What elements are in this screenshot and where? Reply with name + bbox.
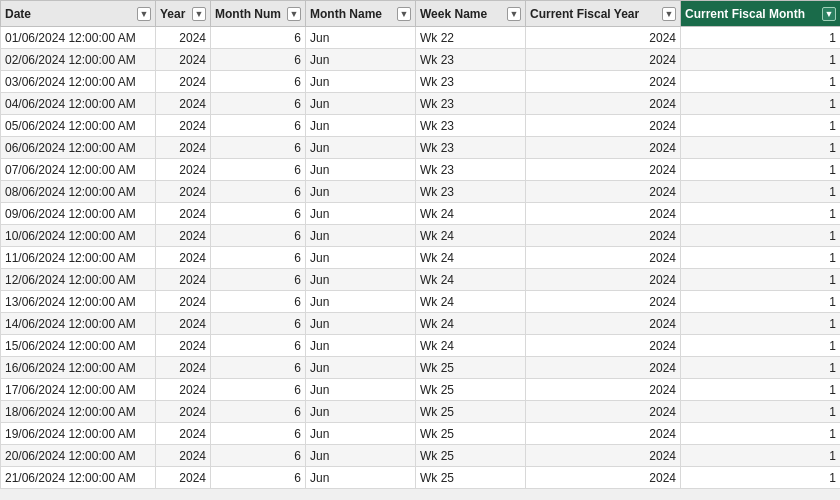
cell-fiscal_month: 1 — [681, 269, 841, 291]
cell-month_name: Jun — [306, 137, 416, 159]
cell-fiscal_year: 2024 — [526, 181, 681, 203]
filter-icon-month_num[interactable]: ▼ — [287, 7, 301, 21]
cell-date: 01/06/2024 12:00:00 AM — [1, 27, 156, 49]
cell-week_name: Wk 25 — [416, 467, 526, 489]
col-header-year[interactable]: Year▼ — [156, 1, 211, 27]
cell-week_name: Wk 25 — [416, 379, 526, 401]
cell-week_name: Wk 25 — [416, 423, 526, 445]
cell-month_name: Jun — [306, 335, 416, 357]
cell-month_name: Jun — [306, 401, 416, 423]
cell-fiscal_month: 1 — [681, 159, 841, 181]
cell-fiscal_month: 1 — [681, 445, 841, 467]
cell-month_name: Jun — [306, 313, 416, 335]
cell-year: 2024 — [156, 423, 211, 445]
cell-month_num: 6 — [211, 115, 306, 137]
filter-icon-year[interactable]: ▼ — [192, 7, 206, 21]
filter-icon-month_name[interactable]: ▼ — [397, 7, 411, 21]
col-header-fiscal_year[interactable]: Current Fiscal Year▼ — [526, 1, 681, 27]
col-header-month_num[interactable]: Month Num▼ — [211, 1, 306, 27]
cell-fiscal_month: 1 — [681, 71, 841, 93]
cell-date: 16/06/2024 12:00:00 AM — [1, 357, 156, 379]
cell-month_num: 6 — [211, 71, 306, 93]
cell-week_name: Wk 23 — [416, 115, 526, 137]
table-row: 03/06/2024 12:00:00 AM20246JunWk 2320241 — [1, 71, 841, 93]
cell-fiscal_month: 1 — [681, 49, 841, 71]
cell-week_name: Wk 24 — [416, 313, 526, 335]
table-row: 08/06/2024 12:00:00 AM20246JunWk 2320241 — [1, 181, 841, 203]
cell-week_name: Wk 23 — [416, 71, 526, 93]
cell-fiscal_month: 1 — [681, 291, 841, 313]
cell-month_num: 6 — [211, 335, 306, 357]
cell-fiscal_year: 2024 — [526, 335, 681, 357]
cell-date: 09/06/2024 12:00:00 AM — [1, 203, 156, 225]
cell-date: 13/06/2024 12:00:00 AM — [1, 291, 156, 313]
cell-year: 2024 — [156, 93, 211, 115]
cell-fiscal_year: 2024 — [526, 423, 681, 445]
cell-week_name: Wk 25 — [416, 357, 526, 379]
table-row: 06/06/2024 12:00:00 AM20246JunWk 2320241 — [1, 137, 841, 159]
cell-year: 2024 — [156, 115, 211, 137]
cell-month_name: Jun — [306, 27, 416, 49]
cell-year: 2024 — [156, 401, 211, 423]
cell-year: 2024 — [156, 269, 211, 291]
table-row: 10/06/2024 12:00:00 AM20246JunWk 2420241 — [1, 225, 841, 247]
cell-fiscal_year: 2024 — [526, 401, 681, 423]
cell-date: 10/06/2024 12:00:00 AM — [1, 225, 156, 247]
table-row: 05/06/2024 12:00:00 AM20246JunWk 2320241 — [1, 115, 841, 137]
filter-icon-date[interactable]: ▼ — [137, 7, 151, 21]
table-row: 21/06/2024 12:00:00 AM20246JunWk 2520241 — [1, 467, 841, 489]
filter-icon-fiscal_month[interactable]: ▼ — [822, 7, 836, 21]
cell-year: 2024 — [156, 71, 211, 93]
cell-year: 2024 — [156, 159, 211, 181]
cell-week_name: Wk 24 — [416, 335, 526, 357]
cell-fiscal_month: 1 — [681, 467, 841, 489]
cell-week_name: Wk 23 — [416, 49, 526, 71]
cell-fiscal_month: 1 — [681, 247, 841, 269]
cell-year: 2024 — [156, 313, 211, 335]
cell-week_name: Wk 25 — [416, 401, 526, 423]
cell-year: 2024 — [156, 181, 211, 203]
col-header-month_name[interactable]: Month Name▼ — [306, 1, 416, 27]
col-header-date[interactable]: Date▼ — [1, 1, 156, 27]
cell-date: 12/06/2024 12:00:00 AM — [1, 269, 156, 291]
cell-fiscal_year: 2024 — [526, 49, 681, 71]
cell-month_num: 6 — [211, 27, 306, 49]
cell-fiscal_month: 1 — [681, 225, 841, 247]
col-header-fiscal_month[interactable]: Current Fiscal Month▼ — [681, 1, 841, 27]
cell-week_name: Wk 24 — [416, 291, 526, 313]
cell-month_name: Jun — [306, 379, 416, 401]
col-header-label-fiscal_month: Current Fiscal Month — [685, 7, 805, 21]
table-row: 20/06/2024 12:00:00 AM20246JunWk 2520241 — [1, 445, 841, 467]
cell-year: 2024 — [156, 225, 211, 247]
col-header-label-year: Year — [160, 7, 185, 21]
cell-year: 2024 — [156, 137, 211, 159]
cell-year: 2024 — [156, 335, 211, 357]
cell-month_name: Jun — [306, 357, 416, 379]
table-row: 02/06/2024 12:00:00 AM20246JunWk 2320241 — [1, 49, 841, 71]
cell-week_name: Wk 23 — [416, 137, 526, 159]
table-row: 15/06/2024 12:00:00 AM20246JunWk 2420241 — [1, 335, 841, 357]
data-table: Date▼Year▼Month Num▼Month Name▼Week Name… — [0, 0, 840, 500]
cell-month_num: 6 — [211, 291, 306, 313]
table-row: 12/06/2024 12:00:00 AM20246JunWk 2420241 — [1, 269, 841, 291]
cell-fiscal_month: 1 — [681, 357, 841, 379]
col-header-week_name[interactable]: Week Name▼ — [416, 1, 526, 27]
cell-fiscal_month: 1 — [681, 27, 841, 49]
cell-month_name: Jun — [306, 93, 416, 115]
cell-date: 14/06/2024 12:00:00 AM — [1, 313, 156, 335]
cell-month_name: Jun — [306, 423, 416, 445]
cell-month_name: Jun — [306, 225, 416, 247]
cell-fiscal_month: 1 — [681, 401, 841, 423]
cell-month_name: Jun — [306, 49, 416, 71]
cell-date: 17/06/2024 12:00:00 AM — [1, 379, 156, 401]
cell-week_name: Wk 23 — [416, 93, 526, 115]
cell-month_num: 6 — [211, 181, 306, 203]
cell-date: 20/06/2024 12:00:00 AM — [1, 445, 156, 467]
filter-icon-week_name[interactable]: ▼ — [507, 7, 521, 21]
cell-fiscal_year: 2024 — [526, 225, 681, 247]
table-row: 09/06/2024 12:00:00 AM20246JunWk 2420241 — [1, 203, 841, 225]
filter-icon-fiscal_year[interactable]: ▼ — [662, 7, 676, 21]
cell-week_name: Wk 24 — [416, 269, 526, 291]
cell-month_name: Jun — [306, 115, 416, 137]
cell-fiscal_year: 2024 — [526, 159, 681, 181]
